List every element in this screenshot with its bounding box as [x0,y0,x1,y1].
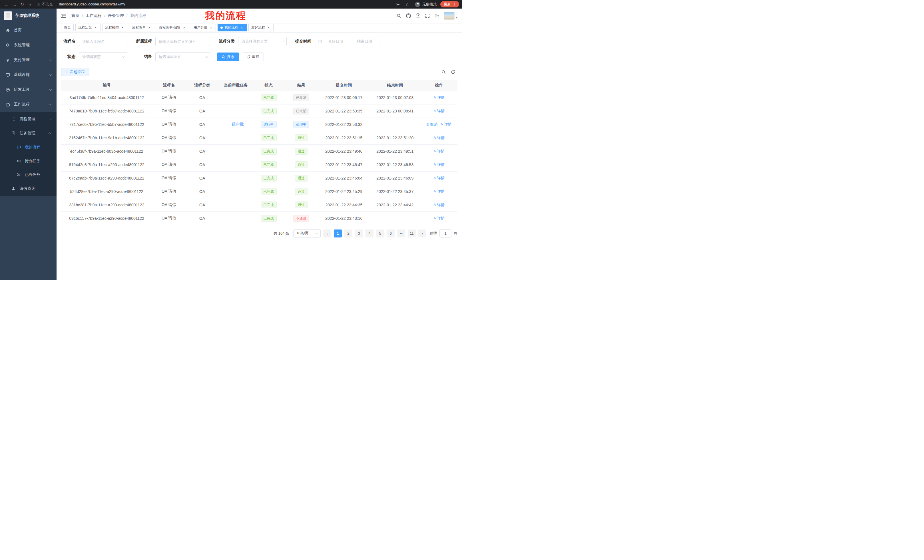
page-5-button[interactable]: 5 [376,229,384,238]
sidebar-item-task-management[interactable]: 任务管理 [0,126,57,141]
page-2-button[interactable]: 2 [344,229,352,238]
page-6-button[interactable]: 6 [387,229,394,238]
breadcrumb-task-management[interactable]: 任务管理 [108,13,124,18]
search-icon[interactable] [397,13,401,18]
cell-end-time: 2022-01-22 23:45:37 [369,185,421,198]
eye-icon [16,159,21,163]
tab-close-icon[interactable]: × [182,26,186,30]
user-menu[interactable]: ▾ [444,12,458,20]
tab-process-form[interactable]: 流程表单× [129,24,154,31]
tab-close-icon[interactable]: × [209,26,213,30]
page-4-button[interactable]: 4 [366,229,374,238]
status-select[interactable]: 请选择状态 [79,52,128,61]
bookmark-star-icon[interactable]: ☆ [404,2,411,7]
github-icon[interactable] [406,13,411,18]
cell-result: 通过 [284,185,318,198]
page-1-button[interactable]: 1 [334,229,342,238]
category-select[interactable]: 请选择流程分类 [238,37,286,46]
page-3-button[interactable]: 3 [355,229,363,238]
goto-page-input[interactable] [440,229,452,238]
detail-link[interactable]: ✎详情 [440,122,452,127]
sidebar-toggle-icon[interactable] [61,13,66,18]
breadcrumb-workflow[interactable]: 工作流程 [86,13,102,18]
tab-user-group[interactable]: 用户分组× [191,24,216,31]
task-link[interactable]: 一级审批 [228,122,244,126]
tab-close-icon[interactable]: × [240,26,244,30]
edit-icon: ✎ [434,203,436,207]
clipboard-icon [11,131,16,135]
tab-close-icon[interactable]: × [94,26,98,30]
process-table: 编号 流程名 流程分类 当前审批任务 状态 结果 提交时间 结束时间 操作 3a… [61,80,458,225]
fullscreen-icon[interactable] [425,13,430,18]
tab-process-form-edit[interactable]: 流程表单-编辑× [156,24,189,31]
update-label: 更新 [444,2,451,7]
tab-close-icon[interactable]: × [120,26,124,30]
prev-page-button[interactable]: ‹ [323,229,331,238]
create-process-button[interactable]: + 发起流程 [61,67,89,76]
detail-link[interactable]: ✎详情 [434,216,445,221]
detail-link[interactable]: ✎详情 [434,108,445,114]
tab-start-process[interactable]: 发起流程× [248,24,273,31]
cell-id: 52ffd28e-7b9a-11ec-a290-acde48001122 [61,185,152,198]
browser-menu-icon[interactable]: ⋮ [453,3,457,6]
page-11-button[interactable]: 11 [408,229,416,238]
sidebar-item-system[interactable]: ⚙ 系统管理 [0,38,57,52]
col-name: 流程名 [152,80,186,91]
detail-link[interactable]: ✎详情 [434,202,445,208]
reload-icon[interactable]: ↻ [18,2,26,7]
sidebar-item-leave-query[interactable]: 请假查询 [0,181,57,196]
table-refresh-icon[interactable] [451,70,455,74]
font-size-icon[interactable]: TT [435,14,439,18]
cancel-link[interactable]: ⊘取消 [426,122,438,127]
table-search-toggle-icon[interactable] [441,70,446,74]
password-key-icon[interactable] [396,2,400,7]
result-tag: 不通过 [293,215,309,222]
sidebar-item-infrastructure[interactable]: 基础设施 [0,67,57,82]
sidebar-item-home[interactable]: 首页 [0,23,57,38]
back-icon[interactable]: ← [3,2,10,7]
result-select[interactable]: 请选择流结果 [155,52,210,61]
home-icon[interactable]: ⌂ [26,2,34,7]
start-date-placeholder[interactable]: 开始日期 [323,39,348,44]
sidebar-item-workflow[interactable]: 工作流程 [0,97,57,112]
sidebar-item-my-process[interactable]: 我的流程 [0,141,57,154]
search-button[interactable]: 搜索 [217,52,239,61]
chevron-down-icon [49,88,52,91]
cell-result: 通过 [284,158,318,171]
tab-home[interactable]: 首页 [61,24,74,31]
yen-icon: ¥ [5,58,10,63]
tab-my-process[interactable]: 我的流程× [218,24,247,31]
detail-link[interactable]: ✎详情 [434,189,445,194]
next-page-button[interactable]: › [418,229,426,238]
reset-button[interactable]: 重置 [242,52,264,61]
detail-link[interactable]: ✎详情 [434,162,445,167]
sidebar-item-payment[interactable]: ¥ 支付管理 [0,52,57,67]
tab-close-icon[interactable]: × [147,26,152,30]
breadcrumb-home[interactable]: 首页 [71,13,80,18]
incognito-chip[interactable]: 无痕模式 [415,2,436,7]
sidebar-item-dev-tools[interactable]: 研发工具 [0,82,57,97]
tab-process-model[interactable]: 流程模型× [102,24,128,31]
detail-link[interactable]: ✎详情 [434,95,445,100]
forward-icon[interactable]: → [10,2,18,7]
sidebar-item-process-management[interactable]: 流程管理 [0,112,57,126]
sidebar-item-todo-task[interactable]: 待办任务 [0,154,57,168]
tab-process-definition[interactable]: 流程定义× [75,24,100,31]
detail-link[interactable]: ✎详情 [434,175,445,181]
address-bar[interactable]: ⚠ 不安全 | dashboard.yudao.iocoder.cn/bpm/t… [37,2,392,7]
sidebar-item-done-task[interactable]: 已办任务 [0,168,57,181]
submit-time-range-picker[interactable]: 开始日期 - 结束日期 [315,37,380,46]
browser-toolbar: ← → ↻ ⌂ ⚠ 不安全 | dashboard.yudao.iocoder.… [0,0,462,9]
page-size-select[interactable]: 10条/页 [293,229,321,238]
update-button[interactable]: 更新 ⋮ [440,1,459,7]
end-date-placeholder[interactable]: 结束日期 [352,39,377,44]
chevron-down-icon [49,117,52,120]
detail-link[interactable]: ✎详情 [434,149,445,154]
parent-process-input[interactable] [155,37,210,46]
tab-close-icon[interactable]: × [267,26,271,30]
process-name-input[interactable] [79,37,128,46]
help-icon[interactable]: ? [416,13,420,18]
cell-category: OA [186,171,219,185]
detail-link[interactable]: ✎详情 [434,135,445,141]
page-more-button[interactable]: ••• [397,229,405,238]
